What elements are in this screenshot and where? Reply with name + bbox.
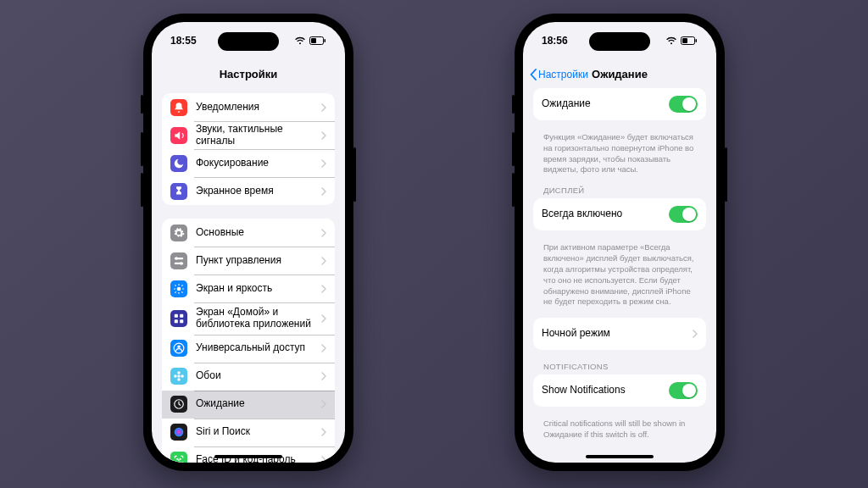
group-header: ДИСПЛЕЙ bbox=[543, 186, 706, 195]
row-show-notifications[interactable]: Show Notifications bbox=[533, 374, 706, 407]
svg-rect-8 bbox=[175, 314, 178, 318]
svg-rect-2 bbox=[325, 39, 326, 42]
row-always-on[interactable]: Всегда включено bbox=[533, 198, 706, 230]
settings-row-wallpaper[interactable]: Обои bbox=[162, 363, 335, 391]
gear-icon bbox=[170, 225, 187, 241]
clock-icon bbox=[170, 396, 187, 413]
nav-bar: Настройки bbox=[152, 59, 345, 90]
side-button bbox=[512, 173, 515, 207]
row-night-mode[interactable]: Ночной режим bbox=[533, 318, 706, 350]
settings-row-focus[interactable]: Фокусирование bbox=[162, 149, 335, 177]
side-button bbox=[512, 95, 515, 114]
row-label: Экранное время bbox=[196, 186, 313, 197]
home-indicator[interactable] bbox=[586, 455, 654, 458]
svg-point-6 bbox=[180, 262, 183, 265]
svg-point-5 bbox=[175, 257, 178, 260]
settings-row-general[interactable]: Основные bbox=[162, 219, 335, 247]
chevron-right-icon bbox=[321, 314, 326, 323]
svg-rect-28 bbox=[682, 38, 687, 43]
chevron-right-icon bbox=[321, 285, 326, 293]
wifi-icon bbox=[294, 36, 306, 45]
home-indicator[interactable] bbox=[214, 455, 282, 458]
svg-point-13 bbox=[177, 346, 181, 349]
row-label: Фокусирование bbox=[196, 158, 313, 169]
toggle-switch[interactable] bbox=[669, 382, 698, 399]
row-label: Универсальный доступ bbox=[196, 342, 313, 354]
group-footer: Critical notifications will still be sho… bbox=[543, 419, 696, 441]
row-standby-toggle[interactable]: Ожидание bbox=[533, 88, 706, 120]
chevron-right-icon bbox=[321, 400, 326, 408]
settings-list[interactable]: УведомленияЗвуки, тактильные сигналыФоку… bbox=[152, 90, 345, 463]
phone-left: 18:55 Настройки УведомленияЗвуки, тактил… bbox=[143, 14, 353, 471]
row-label: Show Notifications bbox=[542, 385, 660, 396]
toggle-switch[interactable] bbox=[669, 96, 698, 113]
side-button bbox=[141, 95, 143, 114]
row-label: Ожидание bbox=[196, 398, 313, 410]
battery-icon bbox=[681, 36, 698, 45]
chevron-right-icon bbox=[693, 330, 698, 338]
svg-point-18 bbox=[181, 374, 184, 378]
svg-rect-1 bbox=[311, 38, 316, 43]
row-label: Пункт управления bbox=[196, 255, 313, 267]
svg-point-7 bbox=[177, 286, 181, 291]
moon-icon bbox=[170, 155, 187, 172]
settings-row-screentime[interactable]: Экранное время bbox=[162, 177, 335, 205]
settings-row-controlcenter[interactable]: Пункт управления bbox=[162, 247, 335, 274]
svg-point-16 bbox=[177, 378, 181, 381]
settings-row-standby[interactable]: Ожидание bbox=[162, 391, 335, 419]
toggle-switch[interactable] bbox=[669, 206, 698, 223]
side-button bbox=[141, 173, 143, 207]
row-label: Siri и Поиск bbox=[196, 426, 313, 438]
phone-right: 18:56 Настройки Ожидание ОжиданиеФункция… bbox=[515, 14, 725, 471]
svg-point-14 bbox=[177, 374, 181, 378]
group-header: NOTIFICATIONS bbox=[543, 362, 706, 371]
row-label: Ночной режим bbox=[542, 328, 684, 340]
row-label: Основные bbox=[196, 227, 313, 239]
settings-row-accessibility[interactable]: Универсальный доступ bbox=[162, 335, 335, 363]
row-label: Уведомления bbox=[196, 102, 313, 114]
status-time: 18:55 bbox=[170, 35, 197, 47]
settings-row-sounds[interactable]: Звуки, тактильные сигналы bbox=[162, 121, 335, 149]
chevron-right-icon bbox=[321, 187, 326, 196]
svg-point-21 bbox=[177, 458, 178, 459]
side-button bbox=[725, 147, 727, 202]
settings-row-homescreen[interactable]: Экран «Домой» и библиотека приложений bbox=[162, 302, 335, 335]
side-button bbox=[141, 132, 143, 166]
screen: 18:55 Настройки УведомленияЗвуки, тактил… bbox=[152, 22, 345, 463]
row-label: Всегда включено bbox=[542, 208, 660, 220]
settings-row-notifications[interactable]: Уведомления bbox=[162, 93, 335, 121]
screen: 18:56 Настройки Ожидание ОжиданиеФункция… bbox=[523, 22, 716, 463]
svg-point-15 bbox=[177, 371, 181, 374]
group-footer: Функция «Ожидание» будет включаться на г… bbox=[543, 132, 696, 175]
battery-icon bbox=[309, 36, 326, 45]
settings-row-display[interactable]: Экран и яркость bbox=[162, 274, 335, 302]
svg-point-22 bbox=[180, 458, 181, 459]
nav-bar: Настройки Ожидание bbox=[523, 59, 716, 90]
chevron-right-icon bbox=[321, 257, 326, 265]
svg-rect-11 bbox=[180, 319, 183, 323]
chevron-right-icon bbox=[321, 103, 326, 112]
group-footer: При активном параметре «Всегда включено»… bbox=[543, 242, 696, 308]
row-label: Ожидание bbox=[542, 98, 660, 110]
dynamic-island bbox=[218, 32, 279, 51]
siri-icon bbox=[170, 424, 187, 441]
back-button[interactable]: Настройки bbox=[530, 69, 588, 80]
bell-icon bbox=[170, 99, 187, 116]
speaker-icon bbox=[170, 127, 187, 144]
chevron-right-icon bbox=[321, 456, 326, 463]
dynamic-island bbox=[589, 32, 650, 51]
settings-row-siri[interactable]: Siri и Поиск bbox=[162, 419, 335, 446]
person-icon bbox=[170, 340, 187, 357]
faceid-icon bbox=[170, 452, 187, 463]
grid-icon bbox=[170, 310, 187, 327]
hourglass-icon bbox=[170, 183, 187, 200]
svg-rect-9 bbox=[180, 314, 183, 318]
wifi-icon bbox=[665, 36, 677, 45]
svg-rect-10 bbox=[175, 319, 178, 323]
row-label: Экран и яркость bbox=[196, 283, 313, 295]
standby-settings[interactable]: ОжиданиеФункция «Ожидание» будет включат… bbox=[523, 85, 716, 463]
chevron-right-icon bbox=[321, 159, 326, 168]
chevron-right-icon bbox=[321, 344, 326, 352]
chevron-right-icon bbox=[321, 372, 326, 380]
side-button bbox=[512, 132, 515, 166]
